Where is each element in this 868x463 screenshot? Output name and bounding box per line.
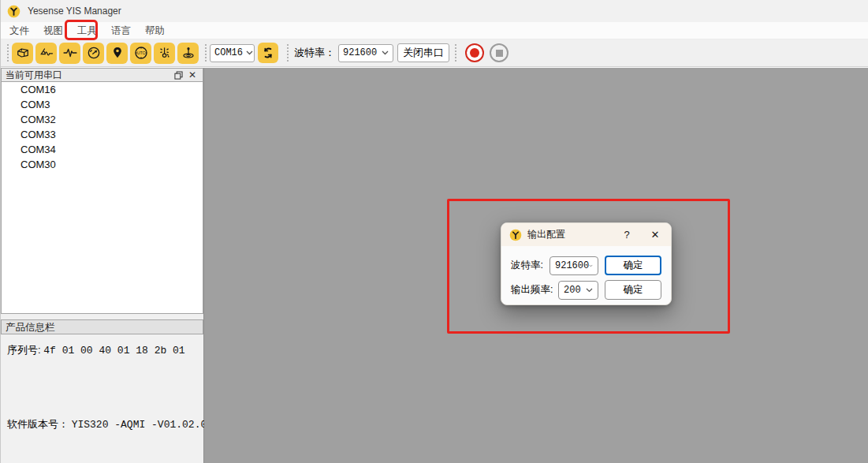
list-item-port[interactable]: COM16: [2, 82, 203, 97]
record-button[interactable]: [465, 43, 484, 62]
chevron-down-icon: [246, 50, 253, 55]
dialog-baud-value: 921600: [555, 260, 589, 271]
dialog-freq-value: 200: [564, 285, 586, 296]
toolbar-drag-handle[interactable]: [6, 43, 9, 62]
app-window: Yesense YIS Manager 文件 视图 工具 语言 帮助: [0, 0, 868, 463]
close-serial-port-button[interactable]: 关闭串口: [397, 43, 449, 62]
dock-close-button[interactable]: ✕: [185, 69, 199, 81]
dialog-help-button[interactable]: ?: [617, 226, 636, 244]
port-select-value: COM16: [214, 47, 243, 58]
svg-text:UTC: UTC: [136, 50, 145, 55]
dialog-baud-select[interactable]: 921600: [549, 256, 598, 275]
dialog-title: 输出配置: [527, 228, 617, 241]
angle-wave-icon: [39, 45, 54, 61]
utc-clock-icon: UTC: [133, 45, 149, 61]
software-version-row: 软件版本号： YIS320 -AQMI -V01.02.03;: [7, 417, 219, 431]
software-version-label: 软件版本号：: [7, 418, 72, 430]
dialog-baud-ok-button[interactable]: 确定: [605, 256, 661, 275]
location-button[interactable]: [106, 43, 128, 64]
dialog-baud-row: 波特率: 921600 确定: [501, 256, 671, 275]
dialog-close-button[interactable]: ✕: [646, 226, 665, 244]
window-title: Yesense YIS Manager: [28, 6, 121, 17]
plumb-level-icon: [181, 45, 196, 61]
toolbar-drag-handle[interactable]: [453, 43, 457, 62]
location-pin-icon: [110, 45, 125, 61]
dialog-freq-ok-button[interactable]: 确定: [605, 280, 661, 300]
chevron-down-icon: [586, 288, 593, 293]
menu-tools[interactable]: 工具: [70, 22, 104, 39]
list-item-port[interactable]: COM32: [2, 112, 203, 127]
available-ports-list: COM16 COM3 COM32 COM33 COM34 COM30: [1, 82, 203, 314]
port-select[interactable]: COM16: [210, 44, 255, 62]
close-icon: ✕: [188, 70, 196, 80]
serial-port-dock: 当前可用串口 ✕ COM16 COM3 COM32 COM33 COM34 CO…: [1, 68, 204, 463]
dock-title: 当前可用串口: [6, 69, 171, 82]
app-logo-icon: [7, 5, 20, 18]
toolbar-drag-handle[interactable]: [203, 43, 207, 62]
list-item-port[interactable]: COM34: [2, 142, 203, 157]
float-window-icon: [174, 71, 183, 80]
menu-language[interactable]: 语言: [104, 22, 138, 39]
software-version-value: YIS320 -AQMI -V01.02.03;: [72, 419, 219, 431]
waveform-button[interactable]: [59, 43, 80, 64]
thermometer-icon: [157, 45, 173, 61]
stop-button[interactable]: [490, 43, 509, 62]
cube-3d-view-button[interactable]: [12, 43, 33, 64]
record-dot-icon: [470, 48, 479, 58]
menu-view[interactable]: 视图: [36, 22, 70, 39]
list-item-port[interactable]: COM33: [2, 127, 203, 142]
serial-number-row: 序列号: 4f 01 00 40 01 18 2b 01: [7, 343, 185, 357]
dock-header: 当前可用串口 ✕: [1, 68, 203, 82]
attitude-angle-button[interactable]: [35, 43, 57, 64]
menu-help[interactable]: 帮助: [138, 22, 172, 39]
chevron-down-icon: [382, 50, 389, 55]
serial-number-label: 序列号:: [7, 344, 43, 356]
dialog-logo-icon: [509, 229, 522, 241]
output-config-dialog: 输出配置 ? ✕ 波特率: 921600 确定 输出频率: 200 确定: [501, 222, 672, 305]
baud-rate-value: 921600: [343, 47, 378, 58]
dock-float-button[interactable]: [171, 69, 185, 81]
utc-clock-button[interactable]: UTC: [130, 43, 151, 64]
chevron-down-icon: [589, 263, 593, 268]
product-info-body: 序列号: 4f 01 00 40 01 18 2b 01 软件版本号： YIS3…: [1, 334, 203, 463]
dock-splitter[interactable]: [1, 314, 203, 319]
thermometer-button[interactable]: [154, 43, 175, 64]
cube-3d-icon: [15, 45, 31, 61]
product-info-header: 产品信息栏: [1, 319, 203, 334]
menu-bar: 文件 视图 工具 语言 帮助: [1, 22, 868, 39]
baud-rate-label: 波特率：: [294, 46, 335, 60]
pulse-wave-icon: [62, 45, 78, 61]
refresh-ports-button[interactable]: [258, 43, 278, 63]
list-item-port[interactable]: COM30: [2, 157, 203, 172]
dialog-freq-select[interactable]: 200: [558, 281, 598, 300]
stop-square-icon: [496, 50, 503, 57]
dialog-freq-row: 输出频率: 200 确定: [501, 280, 671, 300]
title-bar: Yesense YIS Manager: [1, 0, 868, 22]
dialog-freq-label: 输出频率:: [511, 283, 553, 297]
inclinometer-button[interactable]: [177, 43, 199, 64]
gauge-button[interactable]: [83, 43, 104, 64]
gauge-icon: [86, 45, 102, 61]
serial-number-value: 4f 01 00 40 01 18 2b 01: [43, 345, 184, 357]
menu-file[interactable]: 文件: [2, 22, 36, 39]
baud-rate-select[interactable]: 921600: [338, 44, 393, 62]
toolbar-drag-handle[interactable]: [285, 43, 289, 62]
toolbar: UTC COM16: [1, 39, 868, 67]
list-item-port[interactable]: COM3: [2, 97, 203, 112]
main-body: 当前可用串口 ✕ COM16 COM3 COM32 COM33 COM34 CO…: [1, 67, 868, 463]
refresh-icon: [261, 46, 275, 60]
dialog-title-bar[interactable]: 输出配置 ? ✕: [501, 223, 671, 246]
dialog-baud-label: 波特率:: [511, 259, 543, 272]
